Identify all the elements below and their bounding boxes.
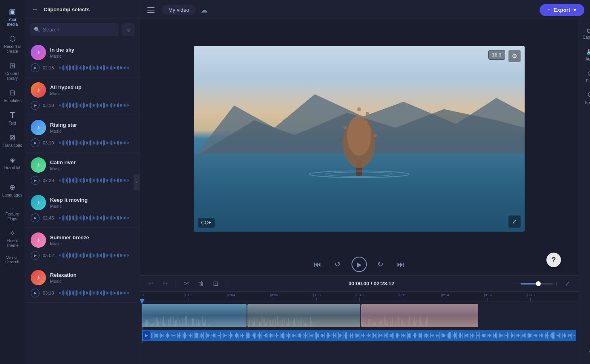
aspect-ratio-button[interactable]: 16:9: [488, 50, 505, 60]
cloud-save-icon[interactable]: ☁: [201, 6, 208, 15]
export-button[interactable]: ↑ Export ▾: [540, 4, 584, 16]
music-item-top: ♪ Rising star Music: [31, 120, 134, 135]
music-duration: 02:28: [43, 178, 56, 183]
audio-track-indicator: ▶: [143, 331, 150, 340]
video-clip-2[interactable]: [247, 304, 360, 327]
sidebar-item-content-library[interactable]: ⊞ Contentlibrary: [1, 58, 24, 84]
right-panel-audio[interactable]: 🔊 Audio: [580, 44, 590, 64]
music-item-top: ♪ Calm river Music: [31, 157, 134, 173]
video-clip-3[interactable]: [361, 304, 478, 327]
sidebar-item-text[interactable]: T Text: [1, 107, 24, 128]
back-button[interactable]: ←: [30, 4, 40, 15]
sidebar-item-languages[interactable]: ⊕ Languages: [1, 180, 24, 200]
list-item[interactable]: ♪ Rising star Music ▶ 03:19: [25, 115, 140, 153]
help-button[interactable]: ?: [546, 253, 561, 267]
sidebar-item-feature-flags[interactable]: ··· FeatureFlags: [1, 202, 24, 224]
music-meta: Summer breeze Music: [50, 234, 134, 246]
skip-to-end-button[interactable]: ⏭: [394, 258, 407, 271]
music-type: Music: [50, 129, 134, 134]
timeline-content: 0 |0:02 |0:04 |0:06: [140, 292, 578, 364]
sidebar-item-record-create[interactable]: ⬡ Record &create: [1, 31, 24, 56]
sidebar-item-label-languages: Languages: [2, 193, 23, 198]
playhead[interactable]: [142, 301, 142, 343]
timeline-ruler: 0 |0:02 |0:04 |0:06: [140, 292, 578, 301]
filter-button[interactable]: ◇: [122, 23, 135, 36]
languages-icon: ⊕: [9, 183, 15, 192]
fluent-theme-icon: ⟡: [10, 229, 15, 237]
sidebar-item-brand-kit[interactable]: ◈ Brand kit: [1, 152, 24, 173]
music-item-bottom: ▶ 02:28: [31, 176, 134, 185]
hamburger-line-3: [147, 12, 155, 13]
sidebar-item-templates[interactable]: ⊟ Templates: [1, 85, 24, 106]
sidebar-item-fluent-theme[interactable]: ⟡ FluentTheme: [1, 226, 24, 251]
fullscreen-button[interactable]: ⤢: [508, 215, 521, 228]
play-pause-button[interactable]: ▶: [351, 257, 367, 272]
sidebar-item-transitions[interactable]: ⊠ Transitions: [1, 130, 24, 151]
redo-button[interactable]: ↪: [159, 278, 171, 289]
hamburger-menu[interactable]: [146, 4, 157, 16]
waveform-in-the-sky: [59, 64, 134, 72]
svg-point-11: [357, 107, 361, 111]
sidebar-item-label-brand-kit: Brand kit: [4, 165, 20, 170]
zoom-in-button[interactable]: +: [555, 280, 559, 287]
sidebar-item-label-record-create: Record &create: [4, 44, 21, 54]
rewind-5s-button[interactable]: ↺: [331, 258, 344, 271]
music-type: Music: [50, 279, 134, 284]
panel-collapse-handle[interactable]: ‹: [134, 174, 140, 190]
list-item[interactable]: ♪ Keep it moving Music ▶ 02:45: [25, 190, 140, 228]
clip-waves-2: [248, 320, 360, 326]
captions-add-button[interactable]: CC+: [198, 218, 215, 228]
svg-point-8: [374, 134, 377, 137]
list-item[interactable]: ♪ Summer breeze Music ▶ 03:02: [25, 228, 140, 265]
skip-to-start-button[interactable]: ⏮: [311, 258, 324, 271]
waveform-rising-star: [59, 139, 134, 147]
sidebar-item-your-media[interactable]: ▣ Your media: [1, 4, 24, 29]
search-input-wrap[interactable]: 🔍: [30, 23, 119, 36]
music-duration: 02:45: [43, 215, 56, 220]
ruler-mark-0-08: |0:08: [313, 293, 321, 301]
list-item[interactable]: ♪ Calm river Music ▶ 02:28: [25, 153, 140, 190]
cut-button[interactable]: ✂: [181, 278, 192, 289]
play-button-keep-it-moving[interactable]: ▶: [31, 213, 40, 222]
zoom-out-button[interactable]: −: [515, 280, 518, 287]
project-name-tab[interactable]: My video: [162, 5, 196, 15]
music-panel: ← Clipchamp selects 🔍 ◇ ♪ In the sky Mus…: [25, 0, 140, 364]
delete-button[interactable]: 🗑: [195, 278, 207, 289]
forward-5s-button[interactable]: ↻: [374, 258, 387, 271]
fit-timeline-button[interactable]: ⤢: [562, 278, 573, 289]
play-button-calm-river[interactable]: ▶: [31, 176, 40, 185]
export-upload-icon: ↑: [548, 7, 550, 13]
video-settings-button[interactable]: ⚙: [508, 50, 521, 62]
music-meta: Rising star Music: [50, 122, 134, 134]
play-button-in-the-sky[interactable]: ▶: [31, 63, 40, 72]
search-row: 🔍 ◇: [25, 19, 140, 40]
search-input[interactable]: [43, 27, 115, 33]
list-item[interactable]: ♪ In the sky Music ▶ 02:18: [25, 40, 140, 77]
undo-button[interactable]: ↩: [145, 278, 156, 289]
svg-point-4: [347, 115, 371, 156]
collapse-timeline-button[interactable]: ▼: [580, 346, 590, 358]
music-duration: 03:19: [43, 140, 56, 145]
split-button[interactable]: ⊡: [210, 278, 221, 289]
music-name: Relaxation: [50, 272, 134, 278]
video-clip-1[interactable]: [142, 304, 247, 327]
right-panel-speed[interactable]: ⟳ Speed: [580, 87, 590, 107]
play-button-rising-star[interactable]: ▶: [31, 138, 40, 147]
music-name: Keep it moving: [50, 197, 134, 203]
content-library-icon: ⊞: [9, 61, 15, 70]
right-panel-captions[interactable]: CC Captions: [580, 24, 590, 42]
list-item[interactable]: ♪ All hyped up Music ▶ 03:18: [25, 77, 140, 115]
list-item[interactable]: ♪ Relaxation Music ▶ 03:10: [25, 265, 140, 303]
zoom-slider[interactable]: [521, 283, 553, 285]
right-panel-fade[interactable]: ◑ Fade: [580, 65, 590, 86]
music-name: In the sky: [50, 47, 134, 53]
play-button-summer-breeze[interactable]: ▶: [31, 251, 40, 260]
sidebar-item-version: Version0ece20b: [1, 252, 24, 267]
captions-panel-label: Captions: [583, 35, 590, 40]
zoom-slider-thumb[interactable]: [536, 281, 541, 286]
sidebar-item-label-fluent-theme: FluentTheme: [6, 238, 19, 248]
audio-track[interactable]: ▶: [142, 330, 576, 341]
sidebar-item-label-feature-flags: FeatureFlags: [5, 212, 19, 222]
play-button-relaxation[interactable]: ▶: [31, 289, 40, 297]
play-button-all-hyped-up[interactable]: ▶: [31, 101, 40, 110]
